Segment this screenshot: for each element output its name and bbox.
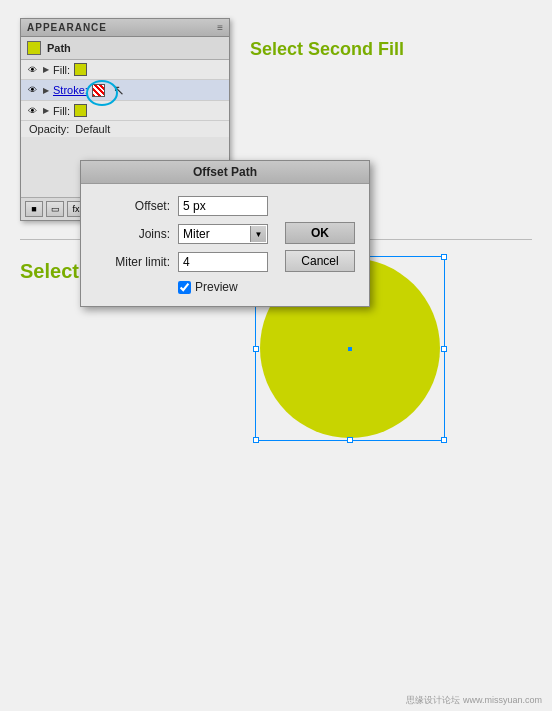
preview-row: Preview [95, 280, 355, 294]
stroke-label[interactable]: Stroke: [53, 84, 88, 96]
handle-br [441, 437, 447, 443]
panel-menu-icon[interactable]: ≡ [217, 22, 223, 33]
cursor-icon: ↖ [113, 82, 125, 98]
fill-row-2[interactable]: 👁 ▶ Fill: [21, 101, 229, 121]
offset-row: Offset: [95, 196, 355, 216]
row-triangle-stroke: ▶ [43, 86, 49, 95]
panel-path-row: Path [21, 37, 229, 60]
eye-icon-stroke[interactable]: 👁 [25, 83, 39, 97]
fill1-label: Fill: [53, 64, 70, 76]
dialog-body: Offset: Joins: Miter Round Bevel ▼ Miter… [81, 184, 369, 306]
path-label: Path [47, 42, 71, 54]
ok-button[interactable]: OK [285, 222, 355, 244]
handle-tr [441, 254, 447, 260]
offset-input[interactable] [178, 196, 268, 216]
preview-wrap: Preview [178, 280, 238, 294]
handle-ml [253, 346, 259, 352]
panel-titlebar: APPEARANCE ≡ [21, 19, 229, 37]
preview-checkbox[interactable] [178, 281, 191, 294]
sel-center [348, 347, 352, 351]
offset-label: Offset: [95, 199, 170, 213]
preview-label: Preview [195, 280, 238, 294]
handle-bm [347, 437, 353, 443]
path-color-swatch [27, 41, 41, 55]
handle-mr [441, 346, 447, 352]
toolbar-btn-square[interactable]: ■ [25, 201, 43, 217]
dialog-titlebar: Offset Path [81, 161, 369, 184]
fill1-swatch[interactable] [74, 63, 87, 76]
joins-select-wrap: Miter Round Bevel ▼ [178, 224, 268, 244]
cancel-button[interactable]: Cancel [285, 250, 355, 272]
row-triangle-fill2: ▶ [43, 106, 49, 115]
fill-row-1[interactable]: 👁 ▶ Fill: [21, 60, 229, 80]
row-triangle-fill1: ▶ [43, 65, 49, 74]
handle-bl [253, 437, 259, 443]
panel-title: APPEARANCE [27, 22, 107, 33]
miter-label: Miter limit: [95, 255, 170, 269]
opacity-value: Default [75, 123, 110, 135]
opacity-row: Opacity: Default [21, 121, 229, 137]
watermark: 思缘设计论坛 www.missyuan.com [406, 694, 542, 707]
toolbar-btn-rect[interactable]: ▭ [46, 201, 64, 217]
stroke-swatch-wrap [92, 84, 105, 97]
eye-icon-fill1[interactable]: 👁 [25, 63, 39, 77]
dialog-buttons: OK Cancel [285, 222, 355, 272]
opacity-label: Opacity: [29, 123, 69, 135]
joins-label: Joins: [95, 227, 170, 241]
fill2-label: Fill: [53, 105, 70, 117]
stroke-swatch[interactable] [92, 84, 105, 97]
joins-select[interactable]: Miter Round Bevel [178, 224, 268, 244]
offset-dialog: Offset Path Offset: Joins: Miter Round B… [80, 160, 370, 307]
eye-icon-fill2[interactable]: 👁 [25, 104, 39, 118]
stroke-row[interactable]: 👁 ▶ Stroke: ↖ [21, 80, 229, 101]
miter-input[interactable] [178, 252, 268, 272]
fill2-swatch[interactable] [74, 104, 87, 117]
